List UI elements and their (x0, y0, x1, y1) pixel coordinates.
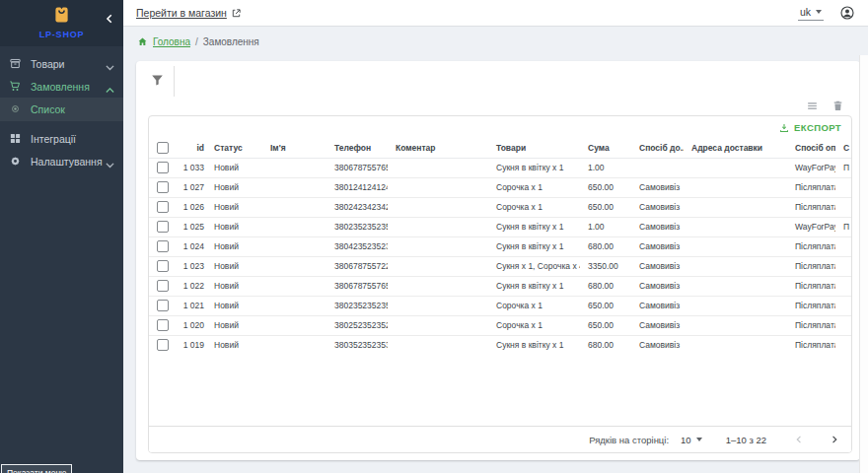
download-icon (778, 122, 790, 134)
column-header-delivery[interactable]: Спосіб до... (631, 139, 684, 158)
cell-payment: WayForPay (787, 158, 835, 177)
column-header-status[interactable]: Статус (206, 139, 262, 158)
table-row[interactable]: 1 023 Новий 380678755722 Сукня х 1, Соро… (149, 256, 852, 276)
row-checkbox[interactable] (157, 280, 169, 292)
sidebar-header: LP-SHOP (0, 0, 123, 46)
funnel-icon (150, 73, 165, 88)
row-checkbox[interactable] (157, 162, 169, 173)
export-button[interactable]: ЕКСПОРТ (778, 122, 841, 134)
sidebar-item-products[interactable]: Товари (0, 52, 123, 75)
external-link-icon (231, 8, 242, 19)
column-header-products[interactable]: Товари (488, 139, 580, 158)
language-select[interactable]: uk (798, 5, 824, 21)
archive-box-icon (9, 57, 22, 70)
cell-status: Новий (206, 177, 262, 197)
cell-address (684, 335, 787, 355)
breadcrumb-home-link[interactable]: Головна (153, 36, 190, 47)
sidebar-item-settings[interactable]: Налаштування (0, 150, 123, 172)
sidebar-item-label: Список (31, 103, 65, 115)
cell-sum: 680.00 (580, 276, 631, 296)
cell-address (684, 158, 787, 177)
cell-payment_status: П (835, 158, 852, 177)
cell-name (262, 296, 326, 315)
cell-address (684, 315, 787, 335)
table-row[interactable]: 1 020 Новий 380252352352 Сорочка х 1 650… (149, 315, 852, 335)
caret-down-icon (696, 438, 702, 441)
sidebar-item-integrations[interactable]: Інтеграції (0, 127, 123, 150)
cell-delivery: Самовивіз (631, 217, 684, 236)
column-header-sum[interactable]: Сума (580, 139, 631, 158)
table-row[interactable]: 1 021 Новий 380235235235 Сорочка х 1 650… (149, 296, 852, 315)
next-page-button[interactable] (828, 433, 841, 446)
go-to-store-link[interactable]: Перейти в магазин (136, 7, 242, 19)
delete-button[interactable] (832, 100, 844, 112)
previous-page-button[interactable] (792, 433, 806, 446)
filter-button[interactable] (150, 73, 165, 88)
cell-sum: 1.00 (580, 217, 631, 236)
cell-comment (388, 296, 488, 315)
chevron-left-icon (792, 433, 806, 446)
chevron-down-icon (106, 61, 114, 67)
sidebar-item-orders-list[interactable]: Список (0, 98, 123, 121)
sidebar-item-orders[interactable]: Замовлення (0, 75, 123, 98)
logo-text: LP-SHOP (0, 30, 123, 39)
trash-icon (832, 100, 844, 112)
cell-phone: 380423523523 (326, 236, 388, 256)
cell-address (684, 296, 787, 315)
menu-tooltip: Показати меню (1, 464, 72, 473)
column-header-payment-status[interactable]: С (835, 139, 852, 158)
chevron-right-icon (828, 433, 841, 446)
column-header-payment[interactable]: Спосіб оп... (787, 139, 835, 158)
column-header-address[interactable]: Адреса доставки (684, 139, 787, 158)
cell-address (684, 217, 787, 236)
cell-delivery: Самовивіз (631, 276, 684, 296)
column-header-id[interactable]: id (177, 139, 206, 158)
cell-products: Сорочка х 1 (488, 296, 580, 315)
cell-sum: 680.00 (580, 335, 631, 355)
cell-status: Новий (206, 335, 262, 355)
select-all-checkbox[interactable] (157, 142, 169, 154)
cell-name (262, 217, 326, 236)
column-header-phone[interactable]: Телефон (326, 139, 388, 158)
table-row[interactable]: 1 024 Новий 380423523523 Сукня в квітку … (149, 236, 852, 256)
rows-per-page-select[interactable]: 10 (681, 435, 702, 445)
column-header-comment[interactable]: Коментар (388, 139, 488, 158)
cell-name (262, 256, 326, 276)
density-button[interactable] (806, 100, 819, 112)
cell-payment: Післяплата (787, 296, 835, 315)
table-row[interactable]: 1 027 Новий 380124124124 Сорочка х 1 650… (149, 177, 852, 197)
account-button[interactable] (839, 5, 855, 21)
column-header-name[interactable]: Ім'я (262, 139, 326, 158)
cell-id: 1 022 (177, 276, 206, 296)
table-row[interactable]: 1 033 Новий 380678755765 Сукня в квітку … (149, 158, 852, 177)
cell-payment_status (835, 276, 852, 296)
collapse-sidebar-button[interactable] (103, 12, 116, 26)
row-checkbox[interactable] (157, 221, 169, 233)
grid-squares-icon (9, 132, 22, 145)
row-checkbox[interactable] (157, 319, 169, 331)
cell-delivery: Самовивіз (631, 335, 684, 355)
row-checkbox[interactable] (157, 300, 169, 311)
sidebar-item-label: Замовлення (31, 81, 90, 93)
sidebar-item-label: Інтеграції (31, 133, 76, 145)
row-checkbox[interactable] (157, 181, 169, 193)
cell-status: Новий (206, 276, 262, 296)
table-row[interactable]: 1 025 Новий 380235235235 Сукня в квітку … (149, 217, 852, 236)
row-checkbox[interactable] (157, 260, 169, 272)
table-row[interactable]: 1 022 Новий 380678755765 Сукня в квітку … (149, 276, 852, 296)
cell-address (684, 276, 787, 296)
scrollbar[interactable] (859, 55, 868, 473)
cell-id: 1 025 (177, 217, 206, 236)
row-checkbox[interactable] (157, 201, 169, 213)
topbar: Перейти в магазин uk (123, 0, 868, 27)
cell-name (262, 276, 326, 296)
rows-per-page-value: 10 (681, 435, 691, 445)
cell-delivery: Самовивіз (631, 177, 684, 197)
caret-down-icon (816, 10, 822, 14)
shopping-cart-icon (9, 80, 22, 93)
table-row[interactable]: 1 019 Новий 380352352353 Сукня в квітку … (149, 335, 852, 355)
table-row[interactable]: 1 026 Новий 380242342342 Сорочка х 1 650… (149, 197, 852, 217)
cell-comment (388, 315, 488, 335)
row-checkbox[interactable] (157, 240, 169, 252)
row-checkbox[interactable] (157, 339, 169, 351)
